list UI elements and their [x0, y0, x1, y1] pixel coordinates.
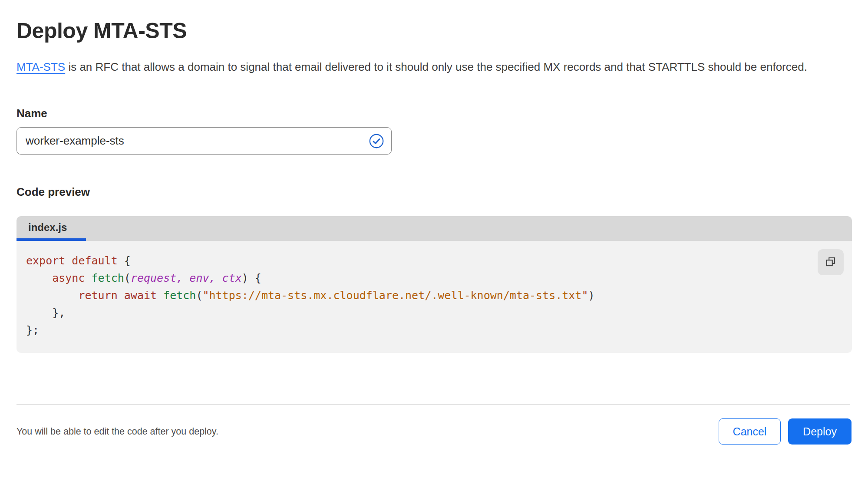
footer-divider: [17, 404, 850, 405]
code-line: async fetch(request, env, ctx) {: [26, 270, 852, 287]
code-preview-label: Code preview: [17, 185, 851, 199]
description-text: is an RFC that allows a domain to signal…: [65, 60, 807, 73]
code-line: return await fetch("https://mta-sts.mx.c…: [26, 287, 852, 304]
check-circle-icon: [368, 133, 385, 149]
copy-code-button[interactable]: [818, 249, 844, 275]
footer: You will be able to edit the code after …: [17, 418, 851, 445]
code-line: };: [26, 322, 852, 339]
footer-note: You will be able to edit the code after …: [17, 426, 218, 437]
page-title: Deploy MTA-STS: [17, 0, 851, 44]
tab-index-js[interactable]: index.js: [17, 216, 86, 241]
cancel-button[interactable]: Cancel: [719, 418, 781, 445]
name-input-wrap: [17, 127, 392, 155]
code-preview-card: index.js export default { async fetch(re…: [17, 216, 852, 353]
deploy-button[interactable]: Deploy: [788, 418, 851, 445]
name-label: Name: [17, 106, 851, 120]
worker-name-input[interactable]: [17, 127, 392, 155]
code-line: export default {: [26, 252, 852, 270]
mta-sts-link[interactable]: MTA-STS: [17, 60, 65, 73]
deploy-mta-sts-page: Deploy MTA-STS MTA-STS is an RFC that al…: [0, 0, 868, 494]
footer-actions: Cancel Deploy: [719, 418, 851, 445]
code-line: },: [26, 304, 852, 322]
code-lines: export default { async fetch(request, en…: [26, 252, 852, 339]
code-tab-bar: index.js: [17, 216, 852, 241]
code-editor-preview: export default { async fetch(request, en…: [17, 241, 852, 353]
copy-icon: [824, 255, 837, 270]
description: MTA-STS is an RFC that allows a domain t…: [17, 57, 837, 77]
